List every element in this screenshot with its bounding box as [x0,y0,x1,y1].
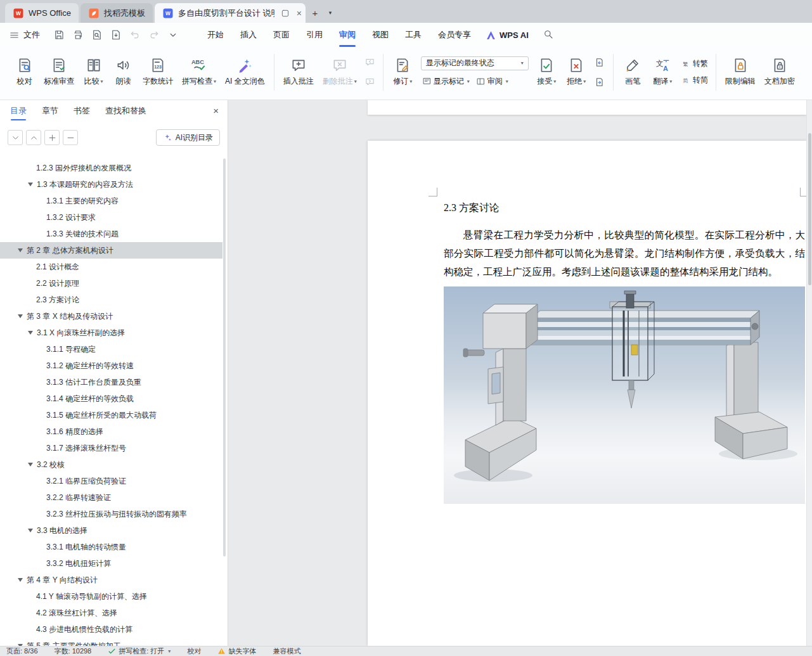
toc-item[interactable]: 3.1 X 向滚珠丝杆副的选择 [0,325,222,341]
toc-item[interactable]: 第 3 章 X 结构及传动设计 [0,308,222,325]
insert-comment-button[interactable]: 插入批注 [280,51,318,93]
sidebar-tab[interactable]: 查找和替换 [105,100,146,122]
toc-item[interactable]: 1.3.3 关键的技术问题 [0,226,222,242]
toc-item[interactable]: 第 4 章 Y 向结构设计 [0,572,222,588]
sidebar-tab[interactable]: 书签 [74,100,90,122]
menu-tab[interactable]: 引用 [298,23,331,47]
menu-tab[interactable]: 页面 [265,23,298,47]
zoom-out-button[interactable] [63,130,78,145]
toc-expand-arrow-icon[interactable] [28,529,33,532]
new-tab-button[interactable]: + [307,4,323,21]
page-indicator[interactable]: 页面: 8/36 [6,646,38,656]
next-comment-button[interactable] [363,75,377,89]
track-changes-button[interactable]: 修订▾ [389,51,417,93]
app-tab[interactable]: W WPS Office [5,3,79,23]
toc-item[interactable]: 2.3 方案讨论 [0,292,222,308]
toc-expand-arrow-icon[interactable] [18,248,23,252]
toc-item[interactable]: 4.1 Y 轴滚动导轨副的计算、选择 [0,588,222,605]
ai-polish-button[interactable]: AI 全文润色 [221,51,269,93]
toc-item[interactable]: 3.1.6 精度的选择 [0,423,222,440]
toc-item[interactable]: 1.2.3 国外焊接机的发展概况 [0,160,222,176]
toc-item[interactable]: 3.1.2 确定丝杆的等效转速 [0,357,222,374]
toc-item[interactable]: 3.3 电机的选择 [0,522,222,539]
undo-button[interactable] [126,27,143,43]
accept-button[interactable]: 接受▾ [532,51,561,93]
translate-button[interactable]: 文A翻译▾ [648,51,677,93]
reject-button[interactable]: 拒绝▾ [562,51,591,93]
print-button[interactable] [69,27,86,43]
standard-review-button[interactable]: 标准审查 [40,51,78,93]
proofread-button[interactable]: 校对 [10,51,39,93]
file-menu-button[interactable]: 文件 [9,29,40,41]
sidebar-close-icon[interactable]: × [213,105,219,116]
toc-item[interactable]: 3.1.5 确定丝杆所受的最大动载荷 [0,407,222,423]
toc-item[interactable]: 2.1 设计概念 [0,259,222,275]
spell-check-button[interactable]: ABC拼写检查▾ [178,51,220,93]
export-pdf-button[interactable] [107,27,124,43]
toc-item[interactable]: 3.1.7 选择滚珠丝杆型号 [0,440,222,456]
toc-item[interactable]: 第 5 章 主要零件的数控加工 [0,638,222,646]
vertical-scrollbar[interactable] [806,100,812,646]
tab-action-icon[interactable] [279,6,292,20]
document-page[interactable]: 2.3 方案讨论 悬臂梁在工程力学受力分析中，比较典型的简化模型。在实际工程分析… [368,141,806,646]
review-pane-button[interactable]: 审阅▾ [475,75,510,88]
toc-expand-arrow-icon[interactable] [28,331,33,335]
compare-button[interactable]: 比较▾ [79,51,108,93]
toc-item[interactable]: 4.3 步进电机惯性负载的计算 [0,621,222,638]
toc-item[interactable]: 3.1.1 导程确定 [0,341,222,357]
word-count-button[interactable]: 123字数统计 [139,51,177,93]
gantry-structure-3d-model[interactable] [444,286,805,504]
spell-check-status[interactable]: 拼写检查: 打开 ▾ [108,646,171,656]
toc-item[interactable]: 1.3.2 设计要求 [0,209,222,226]
docer-template-tab[interactable]: 找稻壳模板 [81,3,153,23]
delete-comment-button[interactable]: 删除批注▾ [319,51,361,93]
document-tab[interactable]: W 多自由度切割平台设计 说明书 × [155,3,306,23]
expand-all-button[interactable] [8,130,23,145]
sidebar-tab[interactable]: 目录 [10,100,27,122]
word-count[interactable]: 字数: 10298 [55,646,92,656]
prev-comment-button[interactable] [363,56,377,69]
toc-expand-arrow-icon[interactable] [18,314,23,318]
proofread-status[interactable]: 校对 [187,646,201,656]
toc-expand-arrow-icon[interactable] [28,183,33,186]
toc-item[interactable]: 3.2.1 临界压缩负荷验证 [0,473,222,489]
menu-tab[interactable]: 工具 [397,23,430,47]
toc-item[interactable]: 1.3.1 主要的研究内容 [0,193,222,209]
sidebar-scrollbar[interactable] [223,158,226,556]
close-tab-icon[interactable]: × [297,8,302,18]
toc-item[interactable]: 3.1.4 确定丝杆的等效负载 [0,390,222,407]
zoom-in-button[interactable] [44,130,60,145]
redo-button[interactable] [145,27,162,43]
ink-pen-button[interactable]: 画笔 [619,51,647,93]
menu-tab[interactable]: 插入 [232,23,265,47]
toc-expand-arrow-icon[interactable] [18,578,23,582]
quickbar-more-button[interactable] [164,27,181,43]
tab-list-button[interactable]: ▾ [325,4,336,21]
menu-tab[interactable]: 视图 [364,23,397,47]
prev-change-button[interactable] [593,56,607,69]
save-button[interactable] [50,27,67,43]
sidebar-tab[interactable]: 章节 [42,100,58,122]
menu-tab[interactable]: 审阅 [331,23,364,47]
previous-page-bottom[interactable] [368,100,806,115]
toc-item[interactable]: 2.2 设计原理 [0,275,222,292]
collapse-all-button[interactable] [26,130,41,145]
toc-item[interactable]: 3.3.2 电机扭矩计算 [0,555,222,572]
wps-ai-button[interactable]: WPS AI [486,30,529,41]
scrollbar-thumb[interactable] [808,133,811,285]
encrypt-button[interactable]: 文档加密 [761,51,799,93]
toc-item[interactable]: 3.2.2 临界转速验证 [0,489,222,506]
toc-item[interactable]: 第 2 章 总体方案机构设计 [0,242,222,259]
menu-tab[interactable]: 开始 [199,23,232,47]
show-markup-button[interactable]: 显示标记▾ [421,75,471,88]
ai-detect-toc-button[interactable]: AI识别目录 [156,129,220,146]
print-preview-button[interactable] [88,27,105,43]
to-traditional-button[interactable]: 繁转繁 [681,58,708,69]
toc-item[interactable]: 3.2 校核 [0,456,222,473]
restrict-edit-button[interactable]: 限制编辑 [721,51,759,93]
to-simplified-button[interactable]: 简转简 [681,75,708,86]
next-change-button[interactable] [593,75,607,89]
toc-item[interactable]: 1.3 本课题研究的内容及方法 [0,176,222,193]
toc-item[interactable]: 4.2 滚珠丝杠计算、选择 [0,605,222,621]
missing-font-warning[interactable]: 缺失字体 [217,646,256,656]
